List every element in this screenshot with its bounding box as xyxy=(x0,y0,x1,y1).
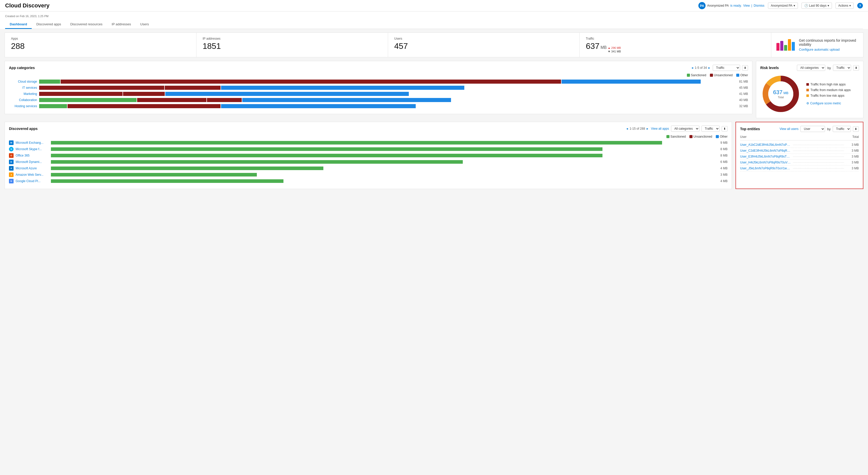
app-categories-download-button[interactable]: ⬇ xyxy=(742,65,748,71)
configure-score-link[interactable]: ⚙ Configure score metric xyxy=(806,101,850,105)
app-category-label[interactable]: Hosting services xyxy=(9,104,37,108)
app-category-row: IT services45 MB xyxy=(9,86,748,90)
risk-levels-download-button[interactable]: ⬇ xyxy=(853,65,859,71)
help-icon: ? xyxy=(859,4,861,8)
stats-users-label: Users xyxy=(394,37,573,40)
top-entities-title: Top entities xyxy=(740,127,760,131)
legend-other-label: Other xyxy=(740,73,748,77)
app-bar-container xyxy=(51,166,715,170)
top-entities-download-button[interactable]: ⬇ xyxy=(853,126,859,132)
list-item: User_A1bC2dE3fH4iJ5kL6mN7oP8qR9sT0u3 MB xyxy=(740,142,859,148)
app-category-label[interactable]: Collaboration xyxy=(9,98,37,102)
discovered-metric-select[interactable]: Traffic xyxy=(702,126,720,132)
app-name-label[interactable]: Office 365 xyxy=(16,154,49,157)
tab-ip-addresses[interactable]: IP addresses xyxy=(107,20,135,29)
banner-bar-2 xyxy=(780,41,783,51)
risk-levels-metric-select[interactable]: Traffic Users xyxy=(833,65,851,71)
app-category-bar-container xyxy=(39,98,735,102)
entity-name[interactable]: User_E3fH4iJ5kL6mN7oP8qR9sT0uV1wX2y xyxy=(740,155,791,158)
app-name-label[interactable]: Amazon Web Serv... xyxy=(16,173,49,177)
app-bar-value: 8 MB xyxy=(717,154,727,157)
stats-ip-card: IP addresses 1851 xyxy=(196,32,388,57)
app-category-bar-container xyxy=(39,86,735,90)
notif-icon-label: PA xyxy=(700,4,704,8)
entity-name[interactable]: User_J5kL6mN7oP8qR9sT0uV1wX2yZ3aB4c xyxy=(740,166,791,170)
discovered-category-select[interactable]: All categories xyxy=(671,126,700,132)
risk-legend: Traffic from high risk apps Traffic from… xyxy=(806,83,850,105)
bar-segment-3 xyxy=(242,98,451,102)
bottom-row: Discovered apps ◄ 1-15 of 288 ► View all… xyxy=(5,122,863,189)
risk-levels-category-select[interactable]: All categories xyxy=(797,65,825,71)
list-item: MMicrosoft Exchang...9 MB xyxy=(9,140,727,145)
created-text: Created on Feb 16, 2023, 1:25 PM xyxy=(5,13,863,19)
gear-icon: ⚙ xyxy=(806,101,809,105)
actions-dropdown[interactable]: Actions ▾ xyxy=(836,3,854,9)
legend-unsanctioned-box xyxy=(710,74,713,77)
app-category-row: Cloud storage81 MB xyxy=(9,80,748,84)
app-bar-segment xyxy=(51,141,662,145)
bar-segment-2 xyxy=(165,92,408,96)
tab-users[interactable]: Users xyxy=(135,20,154,29)
top-entities-type-select[interactable]: User IP address xyxy=(801,126,825,132)
stats-traffic-up: ▲ 296 MB xyxy=(608,46,621,50)
banner-configure-link[interactable]: Configure automatic upload xyxy=(799,48,840,52)
app-category-label[interactable]: IT services xyxy=(9,86,37,90)
discovered-apps-controls: ◄ 1-15 of 288 ► View all apps All catego… xyxy=(626,126,727,132)
app-bar-segment xyxy=(51,160,463,164)
app-categories-metric-select[interactable]: Traffic Users Transactions xyxy=(713,65,740,71)
entity-name[interactable]: User_A1bC2dE3fH4iJ5kL6mN7oP8qR9sT0u xyxy=(740,143,791,147)
app-category-label[interactable]: Marketing xyxy=(9,92,37,96)
app-bar-container xyxy=(51,141,715,145)
stats-ip-label: IP addresses xyxy=(203,37,382,40)
app-category-label[interactable]: Cloud storage xyxy=(9,80,37,84)
app-bar-container xyxy=(51,154,715,157)
stats-traffic-down-value: 341 MB xyxy=(611,50,621,53)
stats-users-value: 457 xyxy=(394,41,573,51)
discovered-apps-card: Discovered apps ◄ 1-15 of 288 ► View all… xyxy=(5,122,732,189)
top-entities-metric-select[interactable]: Traffic xyxy=(833,126,851,132)
discovered-next-icon[interactable]: ► xyxy=(646,127,649,130)
app-category-value: 41 MB xyxy=(737,92,748,96)
da-legend-sanctioned-box xyxy=(666,135,670,138)
entity-name[interactable]: User_C2dE3fH4iJ5kL6mN7oP8qR9sT0uV1w xyxy=(740,149,791,153)
account-dropdown[interactable]: Anonymized PA ▾ xyxy=(768,3,798,9)
stats-traffic-up-value: 296 MB xyxy=(611,46,621,50)
donut-unit: MB xyxy=(783,91,788,95)
app-bar-value: 3 MB xyxy=(717,173,727,177)
app-name-label[interactable]: Microsoft Skype f... xyxy=(16,147,49,151)
risk-dot-high xyxy=(806,83,809,86)
time-range-dropdown[interactable]: 🕐 Last 90 days ▾ xyxy=(802,3,832,9)
risk-label-high: Traffic from high risk apps xyxy=(810,83,845,86)
help-button[interactable]: ? xyxy=(857,3,863,8)
notification-dismiss-link[interactable]: Dismiss xyxy=(754,4,765,7)
app-name-label[interactable]: Microsoft Azure xyxy=(16,166,49,170)
discovered-app-rows: MMicrosoft Exchang...9 MBSMicrosoft Skyp… xyxy=(9,140,727,183)
view-all-users-link[interactable]: View all users xyxy=(779,127,798,131)
entity-name[interactable]: User_H4iJ5kL6mN7oP8qR9sT0uV1wX2yZ3a xyxy=(740,161,791,164)
legend-sanctioned-label: Sanctioned xyxy=(691,73,706,77)
bar-segment-1 xyxy=(61,80,561,84)
app-name-label[interactable]: Microsoft Exchang... xyxy=(16,141,49,145)
app-bar-value: 6 MB xyxy=(717,160,727,164)
pagination-prev-icon[interactable]: ◄ xyxy=(691,66,694,69)
app-name-label[interactable]: Google Cloud Pl... xyxy=(16,179,49,183)
pagination-next-icon[interactable]: ► xyxy=(708,66,711,69)
notification-view-link[interactable]: View xyxy=(743,4,750,7)
stats-apps-value: 288 xyxy=(11,41,190,51)
tab-discovered-resources[interactable]: Discovered resources xyxy=(66,20,107,29)
tab-dashboard[interactable]: Dashboard xyxy=(5,20,32,29)
actions-label: Actions xyxy=(838,4,848,7)
app-category-row: Collaboration40 MB xyxy=(9,98,748,102)
app-name-label[interactable]: Microsoft Dynami... xyxy=(16,160,49,164)
view-all-apps-link[interactable]: View all apps xyxy=(651,127,669,130)
top-entities-card: Top entities View all users User IP addr… xyxy=(736,122,863,189)
app-category-bar-container xyxy=(39,92,735,96)
stats-traffic-sub: ▲ 296 MB ▼ 341 MB xyxy=(608,46,621,53)
discovered-apps-title: Discovered apps xyxy=(9,127,38,131)
tab-discovered-apps[interactable]: Discovered apps xyxy=(32,20,66,29)
app-bar-value: 4 MB xyxy=(717,179,727,183)
stats-apps-card: Apps 288 xyxy=(5,32,196,57)
da-legend-other-box xyxy=(716,135,719,138)
discovered-prev-icon[interactable]: ◄ xyxy=(626,127,628,130)
discovered-apps-download-button[interactable]: ⬇ xyxy=(722,126,727,131)
